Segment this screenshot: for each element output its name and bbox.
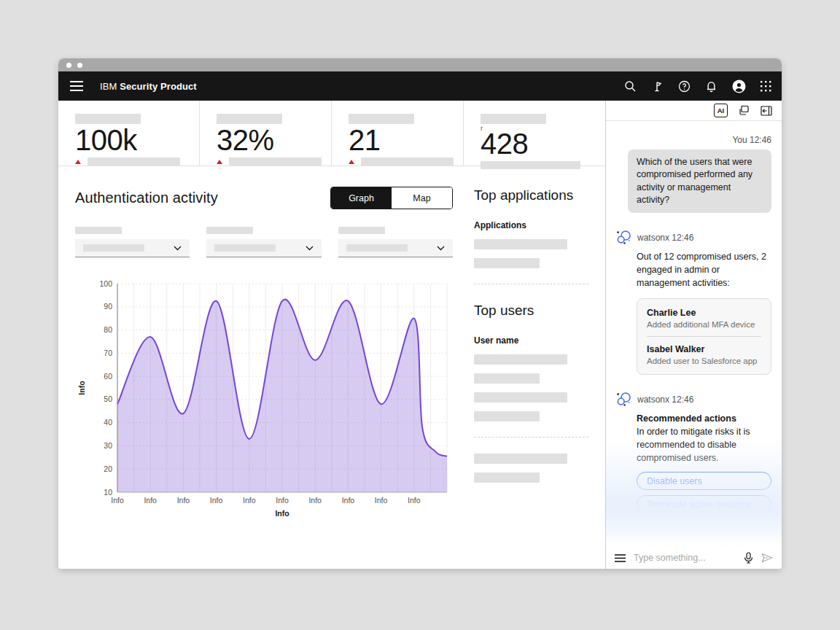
filter-group (75, 227, 190, 257)
authentication-activity-section: Authentication activity Graph Map (58, 166, 474, 569)
svg-text:50: 50 (104, 394, 112, 403)
list-item-skeleton (474, 411, 540, 421)
window-titlebar[interactable] (58, 58, 782, 71)
app-switcher-icon[interactable] (761, 81, 771, 92)
kpi-trend-skeleton (481, 161, 580, 169)
list-item-skeleton (474, 354, 567, 365)
compromised-users-card: Charlie Lee Added additional MFA device … (637, 298, 771, 375)
terminate-sessions-button[interactable]: Terminate active sessions (637, 495, 771, 513)
svg-text:Info: Info (177, 496, 190, 505)
svg-text:Info: Info (144, 496, 157, 505)
filter-dropdown[interactable] (75, 239, 190, 257)
svg-text:70: 70 (104, 349, 112, 357)
svg-text:Info: Info (210, 496, 223, 505)
svg-text:Info: Info (276, 496, 289, 505)
chat-input-bar[interactable]: Type something... (606, 547, 782, 569)
side-lists: Top applications Applications Top users … (474, 166, 605, 569)
user-avatar-icon[interactable] (732, 79, 746, 93)
filters-row (75, 227, 453, 257)
kpi-value: 21 (349, 125, 463, 155)
user-message-bubble: Which of the users that were compromised… (628, 149, 771, 213)
user-name: Isabel Walker (647, 344, 761, 354)
window-control-dot[interactable] (77, 63, 82, 68)
svg-text:100: 100 (99, 279, 112, 288)
filter-label-skeleton (206, 227, 253, 234)
filter-dropdown[interactable] (338, 239, 453, 257)
kpi-row: 100k 32% 21 r (58, 101, 605, 166)
help-icon[interactable] (678, 80, 691, 93)
svg-text:10: 10 (104, 488, 112, 497)
recommended-actions-text: In order to mitigate risks it is recomme… (637, 426, 771, 464)
bot-message-meta: watsonx 12:46 (637, 394, 693, 405)
app-brand: IBM Security Product (100, 81, 197, 92)
list-item-skeleton (474, 373, 540, 384)
filter-group (338, 227, 453, 257)
trend-up-icon (75, 160, 81, 164)
username-column-label: User name (474, 335, 588, 346)
prompt-menu-icon[interactable] (615, 554, 626, 562)
menu-icon[interactable] (70, 81, 83, 91)
trend-up-icon (217, 160, 222, 164)
section-title: Authentication activity (75, 190, 218, 206)
dropdown-value-skeleton (346, 244, 408, 252)
brand-name: Security Product (120, 81, 197, 92)
divider (474, 284, 588, 284)
microphone-icon[interactable] (744, 552, 753, 564)
recommended-actions: Disable users Terminate active sessions … (637, 472, 771, 537)
kpi-card: 100k (58, 101, 199, 166)
notifications-icon[interactable] (705, 80, 718, 93)
recommended-actions-title: Recommended actions (637, 413, 771, 426)
list-item-skeleton (474, 392, 567, 402)
list-item-skeleton (474, 258, 540, 268)
decorative-wave (612, 509, 641, 516)
dropdown-value-skeleton (214, 244, 276, 252)
toggle-map-label: Map (413, 193, 430, 203)
chat-input-placeholder[interactable]: Type something... (634, 553, 736, 563)
svg-text:Info: Info (77, 381, 86, 394)
panel-collapse-icon[interactable] (761, 106, 772, 116)
kpi-card: 32% (199, 101, 331, 166)
window-control-dot[interactable] (66, 63, 71, 68)
svg-text:Info: Info (408, 496, 421, 505)
kpi-trend-skeleton (88, 158, 180, 166)
svg-text:Info: Info (342, 496, 355, 505)
desktop-background: IBM Security Product 100k (0, 0, 840, 630)
kpi-label-skeleton (481, 114, 546, 124)
svg-text:Info: Info (275, 509, 289, 518)
svg-text:Info: Info (243, 496, 256, 505)
user-name: Charlie Lee (647, 308, 761, 318)
kpi-card: r 428 (463, 101, 605, 166)
bot-message-meta: watsonx 12:46 (637, 233, 693, 243)
reset-passwords-button[interactable]: Reset passwords (637, 518, 771, 537)
kpi-trend-skeleton (229, 158, 322, 166)
svg-text:Info: Info (308, 496, 322, 505)
divider (474, 437, 588, 438)
app-header: IBM Security Product (58, 71, 782, 101)
kpi-value: 100k (75, 125, 199, 155)
toggle-graph[interactable]: Graph (331, 187, 392, 209)
search-icon[interactable] (624, 80, 637, 93)
list-item-skeleton (474, 472, 540, 483)
chat-messages: You 12:46 Which of the users that were c… (606, 121, 782, 547)
copy-icon[interactable] (739, 105, 750, 116)
svg-text:20: 20 (104, 464, 112, 473)
kpi-card: 21 (331, 101, 463, 166)
kpi-trend-skeleton (361, 158, 454, 166)
filter-group (206, 227, 321, 257)
ai-label-chip[interactable]: AI (714, 104, 728, 117)
user-detail: Added additional MFA device (647, 320, 761, 329)
filter-dropdown[interactable] (206, 239, 321, 257)
user-message-meta: You 12:46 (616, 135, 771, 145)
list-item-skeleton (474, 239, 567, 249)
toggle-map[interactable]: Map (392, 187, 452, 209)
brand-prefix: IBM (100, 81, 117, 92)
disable-users-button[interactable]: Disable users (637, 472, 771, 490)
send-icon[interactable] (761, 553, 773, 563)
svg-text:60: 60 (104, 372, 112, 381)
svg-text:Info: Info (375, 496, 388, 505)
signpost-icon[interactable] (651, 80, 664, 93)
divider (647, 336, 761, 337)
app-window: IBM Security Product 100k (58, 58, 782, 569)
top-users-title: Top users (474, 303, 588, 319)
dropdown-value-skeleton (83, 244, 144, 252)
